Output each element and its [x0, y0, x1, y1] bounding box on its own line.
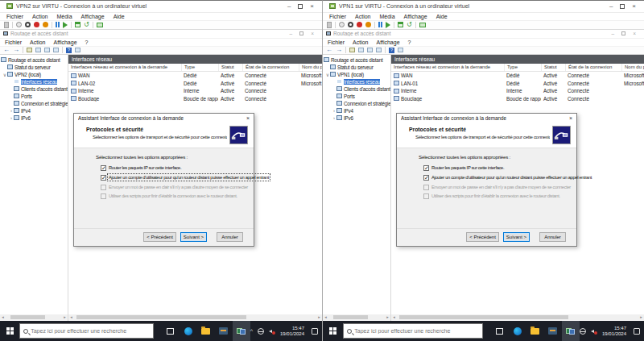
start-button[interactable] [323, 321, 343, 341]
rras-menu-fichier[interactable]: Fichier [328, 40, 345, 45]
help-icon[interactable]: ? [389, 48, 394, 53]
close-icon[interactable]: × [310, 3, 314, 10]
minimize-icon[interactable]: – [287, 3, 291, 10]
cancel-button[interactable]: Annuler [539, 232, 566, 242]
list-view-icon[interactable] [398, 48, 403, 52]
vm-menu-media[interactable]: Média [56, 14, 72, 19]
vm-menu-media[interactable]: Média [379, 14, 394, 19]
rras-taskbar-button[interactable] [233, 321, 250, 341]
shut-down-vm-icon[interactable] [365, 22, 371, 27]
tree-item-network-interfaces[interactable]: Interfaces réseau [323, 78, 390, 85]
tree-item-ports[interactable]: Ports [0, 93, 68, 100]
pause-vm-icon[interactable] [56, 22, 60, 27]
tree-item-ipv6[interactable]: › IPv6 [323, 114, 390, 122]
scroll-left-icon[interactable]: ◂ [323, 314, 328, 320]
start-button[interactable] [0, 321, 19, 341]
scroll-left-icon[interactable]: ◂ [391, 314, 397, 320]
network-icon[interactable] [258, 328, 264, 335]
properties-icon[interactable] [35, 48, 41, 52]
scrollbar-thumb[interactable] [399, 315, 568, 319]
checkbox-icon[interactable] [101, 165, 106, 171]
export-list-icon[interactable] [376, 48, 382, 52]
tree-item-ipv4[interactable]: › IPv4 [0, 107, 68, 114]
taskbar-search[interactable] [19, 323, 153, 339]
next-button[interactable]: Suivant > [503, 232, 530, 242]
vm-titlebar[interactable]: VPN2 sur VIRTU - Connexion à un ordinate… [0, 1, 322, 13]
tree-item-policies[interactable]: Connexion et stratégies [0, 100, 68, 107]
minimize-icon[interactable]: – [612, 31, 615, 37]
volume-muted-icon[interactable] [591, 328, 597, 335]
maximize-icon[interactable] [620, 4, 625, 9]
checkbox-row-add-user-account[interactable]: Ajouter un compte d'utilisateur pour qu'… [423, 175, 592, 181]
vm-menu-fichier[interactable]: Fichier [6, 14, 23, 19]
vm-menu-fichier[interactable]: Fichier [329, 14, 346, 19]
vm-menu-action[interactable]: Action [355, 14, 370, 19]
previous-button[interactable]: < Précédent [143, 232, 176, 242]
save-vm-icon[interactable] [75, 22, 80, 27]
turn-off-vm-icon[interactable] [357, 22, 362, 27]
checkbox-icon[interactable] [101, 175, 106, 181]
column-type[interactable]: Type [504, 64, 541, 71]
close-icon[interactable]: × [311, 31, 314, 37]
resume-vm-icon[interactable] [63, 22, 68, 28]
back-icon[interactable]: ← [326, 47, 332, 53]
taskbar-search[interactable] [343, 323, 483, 339]
rras-menu-aide[interactable]: ? [85, 40, 89, 45]
scrollbar-track[interactable] [397, 314, 638, 320]
scrollbar-thumb[interactable] [333, 315, 368, 319]
vm-menu-affichage[interactable]: Affichage [81, 14, 105, 19]
tree-item-root[interactable]: Routage et accès distant [0, 56, 68, 64]
file-explorer-button[interactable] [526, 321, 544, 341]
minimize-icon[interactable]: – [290, 31, 293, 37]
table-row[interactable]: Bouclage Boucle de rappel Activé Connect… [391, 94, 644, 102]
close-icon[interactable]: × [569, 115, 572, 121]
column-type[interactable]: Type [181, 64, 218, 71]
server-manager-button[interactable] [215, 321, 233, 341]
ctrl-alt-del-icon[interactable] [16, 22, 22, 27]
scroll-right-icon[interactable]: ▸ [316, 314, 322, 320]
scroll-right-icon[interactable]: ▸ [62, 314, 68, 320]
scrollbar-track[interactable] [6, 314, 62, 320]
taskbar-clock[interactable]: 15:47 19/01/2024 [602, 326, 626, 337]
list-view-icon[interactable] [75, 48, 80, 52]
taskbar-clock[interactable]: 15:47 19/01/2024 [280, 326, 304, 337]
refresh-icon[interactable] [367, 48, 373, 52]
show-hidden-icons-chevron[interactable]: ^ [250, 328, 253, 334]
edge-button[interactable] [180, 321, 197, 341]
forward-icon[interactable]: → [13, 47, 19, 53]
pause-vm-icon[interactable] [378, 22, 382, 27]
scroll-right-icon[interactable]: ▸ [385, 314, 390, 320]
table-row[interactable]: LAN-01 Dédié Activé Connecté Microsoft H [391, 79, 644, 87]
scroll-left-icon[interactable]: ◂ [0, 314, 6, 320]
refresh-icon[interactable] [44, 48, 50, 52]
start-vm-icon[interactable] [25, 22, 31, 27]
tree-item-remote-clients[interactable]: Clients d'accès distant (0 [0, 85, 68, 93]
task-view-button[interactable] [162, 321, 180, 341]
vm-menu-aide[interactable]: Aide [114, 14, 125, 19]
table-row[interactable]: Bouclage Boucle de rappel Activé Connect… [68, 94, 322, 102]
column-state[interactable]: État de la connexion [565, 64, 621, 71]
tree-item-server-status[interactable]: Statut du serveur [323, 64, 390, 71]
help-icon[interactable]: ? [66, 48, 72, 53]
close-icon[interactable]: × [632, 3, 636, 10]
rras-menu-affichage[interactable]: Affichage [53, 40, 76, 45]
scrollbar-track[interactable] [74, 314, 316, 320]
checkpoint-icon[interactable] [419, 23, 426, 27]
clipboard-icon[interactable] [4, 22, 9, 28]
task-view-button[interactable] [491, 321, 509, 341]
rras-taskbar-button[interactable] [562, 321, 580, 341]
restore-icon[interactable] [621, 31, 625, 35]
tree-horizontal-scrollbar[interactable]: ◂ ▸ [323, 314, 390, 320]
revert-vm-icon[interactable]: ↺ [407, 22, 412, 28]
scroll-left-icon[interactable]: ◂ [68, 314, 74, 320]
scrollbar-thumb[interactable] [10, 315, 45, 319]
close-icon[interactable]: × [246, 115, 250, 121]
list-horizontal-scrollbar[interactable]: ◂ ▸ [391, 314, 644, 320]
network-icon[interactable] [580, 328, 586, 335]
rras-titlebar[interactable]: Routage et accès distant – × [0, 30, 322, 39]
tree-item-ipv6[interactable]: › IPv6 [0, 114, 68, 122]
rras-menu-action[interactable]: Action [30, 40, 45, 45]
action-center-icon[interactable] [634, 328, 640, 335]
cancel-button[interactable]: Annuler [217, 232, 243, 242]
tree-item-policies[interactable]: Connexion et stratégies [323, 100, 390, 107]
